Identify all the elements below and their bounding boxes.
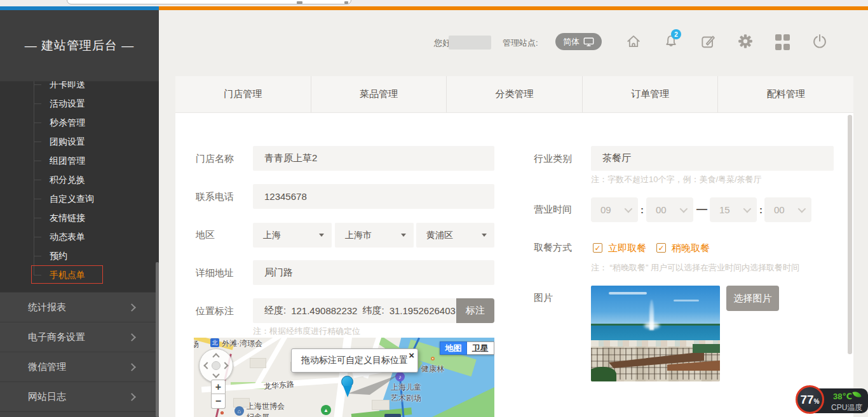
cpu-temp-label: CPU温度 xyxy=(831,402,862,413)
chevron-right-icon xyxy=(128,333,136,341)
store-name-input[interactable]: 青青原上草2 xyxy=(253,146,494,171)
mark-location-button[interactable]: 标注 xyxy=(456,298,494,323)
phone-input[interactable]: 12345678 xyxy=(253,184,494,209)
start-minute-select[interactable]: 00 xyxy=(646,197,693,222)
sidebar-item-friend-links[interactable]: 友情链接 xyxy=(0,208,159,227)
language-button[interactable]: 简体 xyxy=(555,33,602,50)
lng-value[interactable]: 121.490882232 xyxy=(291,305,357,316)
sidebar-section-wechat[interactable]: 微信管理 xyxy=(0,352,159,381)
end-hour-select[interactable]: 15 xyxy=(710,197,757,222)
photo-fountain-spray xyxy=(644,322,660,329)
sidebar-partial-row xyxy=(0,411,159,417)
sidebar-section-statistics[interactable]: 统计报表 xyxy=(0,292,159,322)
sidebar-item-custom-query[interactable]: 自定义查询 xyxy=(0,189,159,208)
store-name-label: 门店名称 xyxy=(196,153,234,165)
map-pan-control[interactable] xyxy=(199,348,233,383)
start-minute-value: 00 xyxy=(656,204,667,215)
browser-chrome-strip xyxy=(0,0,868,6)
sidebar-item-groupbuy[interactable]: 团购设置 xyxy=(0,132,159,151)
sidebar-item-reservation[interactable]: 预约 xyxy=(0,246,159,265)
edit-icon[interactable] xyxy=(700,33,716,50)
apps-grid-icon[interactable] xyxy=(775,34,792,51)
language-label: 简体 xyxy=(563,36,580,48)
close-icon[interactable]: × xyxy=(409,350,414,361)
end-minute-select[interactable]: 00 xyxy=(764,197,811,222)
monitor-icon xyxy=(583,37,594,46)
pickup-now-label[interactable]: 立即取餐 xyxy=(608,242,646,255)
app-title: — 建站管理后台 — xyxy=(25,37,135,54)
pan-left-icon[interactable] xyxy=(203,362,210,369)
dropdown-caret-icon xyxy=(319,234,324,237)
photo-cloud xyxy=(674,300,699,301)
choose-image-button[interactable]: 选择图片 xyxy=(726,286,779,311)
photo-trees xyxy=(591,367,616,381)
dropdown-caret-icon xyxy=(401,234,406,237)
active-item-highlight xyxy=(31,265,103,284)
sidebar-item-group-manage[interactable]: 组团管理 xyxy=(0,151,159,170)
theater-line2: 艺术剧场 xyxy=(391,393,421,404)
power-icon[interactable] xyxy=(811,33,828,50)
address-label: 详细地址 xyxy=(196,267,234,279)
map-canvas[interactable]: 拖动标注可自定义目标位置 × 场 外滩·湾璟会 龙华东路 上海世博会 纪念展 ⌂… xyxy=(194,338,494,417)
address-input[interactable]: 局门路 xyxy=(253,260,494,285)
region-label: 地区 xyxy=(196,229,215,241)
map-zoom-control: + − xyxy=(211,380,226,409)
zoom-out-button[interactable]: − xyxy=(211,394,226,409)
username-redacted xyxy=(449,36,491,50)
sidebar-item-seckill[interactable]: 秒杀管理 xyxy=(0,113,159,132)
tab-store-management[interactable]: 门店管理 xyxy=(175,76,311,112)
sidebar-item-activity-settings[interactable]: 活动设置 xyxy=(0,94,159,113)
start-hour-value: 09 xyxy=(600,204,611,215)
cpu-temp-value: 38℃ xyxy=(833,392,852,401)
location-field[interactable]: 经度: 121.490882232 纬度: 31.1952626403 xyxy=(253,298,456,323)
map-tooltip: 拖动标注可自定义目标位置 × xyxy=(291,348,418,373)
industry-note: 注：字数不超过10个字，例：美食/粤菜/茶餐厅 xyxy=(591,174,762,185)
section-label: 统计报表 xyxy=(28,301,66,314)
tab-ingredient-management[interactable]: 配料管理 xyxy=(717,76,853,112)
content-scrollbar[interactable] xyxy=(848,115,852,354)
pickup-now-checkbox[interactable]: ✓ xyxy=(593,243,602,253)
province-value: 上海 xyxy=(263,230,281,241)
sidebar-section-site-logs[interactable]: 网站日志 xyxy=(0,381,159,411)
start-hour-select[interactable]: 09 xyxy=(591,197,638,222)
industry-input[interactable]: 茶餐厅 xyxy=(591,146,834,171)
sidebar-section-ecommerce[interactable]: 电子商务设置 xyxy=(0,322,159,352)
map-label-expo: 上海世博会 纪念展 xyxy=(247,401,285,417)
sidebar-item-dynamic-forms[interactable]: 动态表单 xyxy=(0,227,159,246)
expo-line1: 上海世博会 xyxy=(247,401,285,412)
store-photo-thumbnail[interactable] xyxy=(591,286,720,381)
zoom-in-button[interactable]: + xyxy=(211,380,226,394)
pan-right-icon[interactable] xyxy=(221,362,228,369)
tab-order-management[interactable]: 订单管理 xyxy=(582,76,718,112)
time-colon: : xyxy=(641,204,644,215)
district-value: 黄浦区 xyxy=(426,230,453,241)
pan-down-icon[interactable] xyxy=(212,371,219,378)
pan-up-icon[interactable] xyxy=(212,353,219,360)
photo-cloud xyxy=(609,292,647,295)
home-icon[interactable] xyxy=(625,33,642,50)
tab-category-management[interactable]: 分类管理 xyxy=(446,76,582,112)
cpu-usage-dial[interactable]: 77 % xyxy=(796,385,824,414)
settings-gear-icon[interactable] xyxy=(737,33,754,50)
check-icon: ✓ xyxy=(658,244,664,252)
pan-center-dot xyxy=(212,361,220,370)
pickup-later-label[interactable]: 稍晚取餐 xyxy=(672,242,710,255)
pickup-later-checkbox[interactable]: ✓ xyxy=(656,243,666,253)
district-select[interactable]: 黄浦区 xyxy=(416,223,494,248)
city-select[interactable]: 上海市 xyxy=(335,223,414,248)
chevron-right-icon xyxy=(128,303,136,312)
compass-north-badge: 北 xyxy=(210,338,219,347)
lat-value[interactable]: 31.1952626403 xyxy=(390,305,456,316)
map-mode-button[interactable]: 地图 xyxy=(440,341,467,355)
address-bar-text-fragment xyxy=(297,1,302,4)
sidebar-scrollbar[interactable] xyxy=(156,262,159,417)
tab-dish-management[interactable]: 菜品管理 xyxy=(311,76,447,112)
sidebar-item-points-exchange[interactable]: 积分兑换 xyxy=(0,170,159,189)
photo-poi-icon: ▲ xyxy=(321,405,331,415)
map-type-switch: 地图 卫星 xyxy=(440,341,494,355)
browser-address-bar[interactable] xyxy=(67,0,351,4)
map-clipped-label xyxy=(384,414,401,417)
satellite-mode-button[interactable]: 卫星 xyxy=(467,341,494,355)
pickup-note: 注： “稍晚取餐” 用户可以选择在营业时间内选择取餐时间 xyxy=(591,262,799,274)
province-select[interactable]: 上海 xyxy=(253,223,332,248)
